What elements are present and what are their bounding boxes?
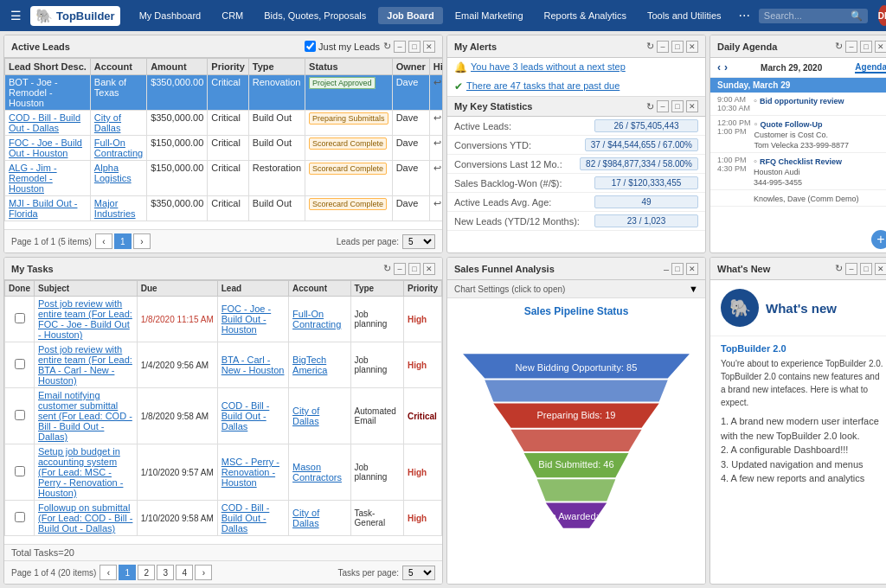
cal-next-button[interactable]: › xyxy=(724,61,728,74)
tasks-table-row[interactable]: Email notifying customer submittal sent … xyxy=(5,388,442,444)
nav-item-dashboard[interactable]: My Dashboard xyxy=(131,7,210,24)
leads-table-row[interactable]: MJI - Build Out - Florida Major Industri… xyxy=(5,196,443,221)
agenda-time-4 xyxy=(717,193,750,203)
nav-item-jobboard[interactable]: Job Board xyxy=(378,7,442,24)
lead-account: Major Industries xyxy=(90,196,146,221)
leads-maximize-button[interactable]: □ xyxy=(408,41,421,53)
chart-settings-chevron: ▼ xyxy=(689,284,698,294)
nav-item-bids[interactable]: Bids, Quotes, Proposals xyxy=(255,7,375,24)
nav-item-tools[interactable]: Tools and Utilities xyxy=(639,7,730,24)
tasks-refresh-icon[interactable]: ↻ xyxy=(383,263,391,274)
agenda-sub-2: Customer is Cost Co.Tom Velecka 233-999-… xyxy=(754,131,850,150)
nav-item-reports[interactable]: Reports & Analytics xyxy=(536,7,635,24)
chart-settings-bar[interactable]: Chart Settings (click to open) ▼ xyxy=(447,280,705,298)
leads-table-row[interactable]: ALG - Jim - Remodel - Houston Alpha Logi… xyxy=(5,161,443,196)
tasks-table-row[interactable]: Followup on submittal (For Lead: COD - B… xyxy=(5,501,442,536)
tasks-table-row[interactable]: Setup job budget in accounting system (F… xyxy=(5,444,442,501)
whatsnew-minimize-button[interactable]: – xyxy=(845,263,857,275)
stats-close-button[interactable]: ✕ xyxy=(686,100,698,112)
tasks-next-page[interactable]: › xyxy=(195,565,212,580)
nav-more-button[interactable]: ··· xyxy=(734,8,755,23)
funnel-minimize-button[interactable]: – xyxy=(664,264,669,274)
leads-close-button[interactable]: ✕ xyxy=(423,41,435,53)
lead-account: Full-On Contracting xyxy=(90,136,146,161)
agenda-title-2[interactable]: Quote Follow-Up xyxy=(761,120,823,129)
agenda-event-bid: 9:00 AM10:30 AM ◦ Bid opportunity review xyxy=(710,93,886,116)
agenda-title-3[interactable]: RFQ Checklist Review xyxy=(760,157,842,166)
cal-prev-button[interactable]: ‹ xyxy=(717,61,721,74)
whatsnew-item-3: 3. Updated navigation and menus xyxy=(721,457,883,472)
tasks-prev-page[interactable]: ‹ xyxy=(100,565,117,580)
leads-table-row[interactable]: FOC - Joe - Build Out - Houston Full-On … xyxy=(5,136,443,161)
task-done[interactable] xyxy=(5,501,35,536)
tasks-per-page-select[interactable]: 51025 xyxy=(402,566,435,580)
user-avatar[interactable]: DK xyxy=(878,5,886,26)
stat-value: 82 / $984,877,334 / 58.00% xyxy=(580,157,698,170)
tasks-page-3[interactable]: 3 xyxy=(157,565,174,580)
funnel-close-button[interactable]: ✕ xyxy=(686,263,698,275)
just-my-leads-checkbox[interactable] xyxy=(305,41,316,52)
leads-per-page-select[interactable]: 51025 xyxy=(402,234,435,249)
tasks-maximize-button[interactable]: □ xyxy=(408,263,421,275)
funnel-maximize-button[interactable]: □ xyxy=(671,263,684,275)
agenda-title-1[interactable]: Bid opportunity review xyxy=(760,97,844,105)
tasks-total: Total Tasks=20 xyxy=(11,547,74,558)
alerts-minimize-button[interactable]: – xyxy=(657,41,669,53)
whatsnew-maximize-button[interactable]: □ xyxy=(860,263,872,275)
nav-item-email[interactable]: Email Marketing xyxy=(446,7,532,24)
agenda-refresh-icon[interactable]: ↻ xyxy=(835,41,843,52)
logo[interactable]: 🐘 TopBuilder xyxy=(30,6,120,26)
alerts-panel-header: My Alerts ↻ – □ ✕ xyxy=(447,35,705,58)
task-checkbox[interactable] xyxy=(15,410,25,420)
stats-maximize-button[interactable]: □ xyxy=(671,100,684,112)
just-my-leads-label[interactable]: Just my Leads xyxy=(305,41,380,52)
task-checkbox[interactable] xyxy=(15,313,25,323)
agenda-close-button[interactable]: ✕ xyxy=(875,41,886,53)
leads-prev-page[interactable]: ‹ xyxy=(95,233,112,249)
tasks-page-info: Page 1 of 4 (20 items) xyxy=(11,568,96,578)
task-done[interactable] xyxy=(5,297,35,342)
leads-table-row[interactable]: BOT - Joe - Remodel - Houston Bank of Te… xyxy=(5,75,443,111)
tasks-page-2[interactable]: 2 xyxy=(138,565,155,580)
alerts-maximize-button[interactable]: □ xyxy=(671,41,684,53)
tasks-close-button[interactable]: ✕ xyxy=(423,263,435,275)
leads-table-row[interactable]: COD - Bill - Build Out - Dallas City of … xyxy=(5,111,443,136)
leads-page-1[interactable]: 1 xyxy=(114,233,132,249)
alerts-refresh-icon[interactable]: ↻ xyxy=(646,41,654,52)
leads-next-page[interactable]: › xyxy=(133,233,151,249)
lead-owner: Dave xyxy=(392,136,429,161)
tasks-minimize-button[interactable]: – xyxy=(394,263,406,275)
agenda-add-button[interactable]: + xyxy=(871,230,886,249)
task-done[interactable] xyxy=(5,444,35,501)
nav-item-crm[interactable]: CRM xyxy=(213,7,252,24)
alert-text-2[interactable]: There are 47 tasks that are past due xyxy=(466,80,620,91)
alerts-close-button[interactable]: ✕ xyxy=(686,41,698,53)
tasks-table-row[interactable]: Post job review with entire team (For Le… xyxy=(5,297,442,342)
leads-col-amount: Amount xyxy=(147,59,208,75)
tasks-page-1[interactable]: 1 xyxy=(119,565,136,580)
stats-refresh-icon[interactable]: ↻ xyxy=(646,101,654,112)
task-done[interactable] xyxy=(5,388,35,444)
task-checkbox[interactable] xyxy=(15,359,25,369)
stats-minimize-button[interactable]: – xyxy=(657,100,669,112)
agenda-tab[interactable]: Agenda xyxy=(855,62,886,74)
alert-text-1[interactable]: You have 3 leads without a next step xyxy=(471,61,626,72)
tasks-page-4[interactable]: 4 xyxy=(176,565,193,580)
search-input[interactable] xyxy=(764,10,851,21)
task-due: 1/8/2020 11:15 AM xyxy=(137,297,217,342)
task-done[interactable] xyxy=(5,342,35,388)
leads-refresh-icon[interactable]: ↻ xyxy=(383,41,391,52)
whatsnew-close-button[interactable]: ✕ xyxy=(875,263,886,275)
search-box[interactable]: 🔍 xyxy=(759,9,868,23)
task-checkbox[interactable] xyxy=(15,512,25,522)
agenda-minimize-button[interactable]: – xyxy=(845,41,857,53)
tasks-table-row[interactable]: Post job review with entire team (For Le… xyxy=(5,342,442,388)
hamburger-menu[interactable]: ☰ xyxy=(7,7,25,24)
leads-minimize-button[interactable]: – xyxy=(394,41,406,53)
whatsnew-refresh-icon[interactable]: ↻ xyxy=(835,263,843,274)
agenda-maximize-button[interactable]: □ xyxy=(860,41,872,53)
task-checkbox[interactable] xyxy=(15,466,25,476)
agenda-dot-1: ◦ xyxy=(754,95,760,105)
agenda-dot-2: ◦ xyxy=(754,118,761,129)
active-leads-panel: Active Leads Just my Leads ↻ – □ ✕ Lead … xyxy=(3,35,443,253)
